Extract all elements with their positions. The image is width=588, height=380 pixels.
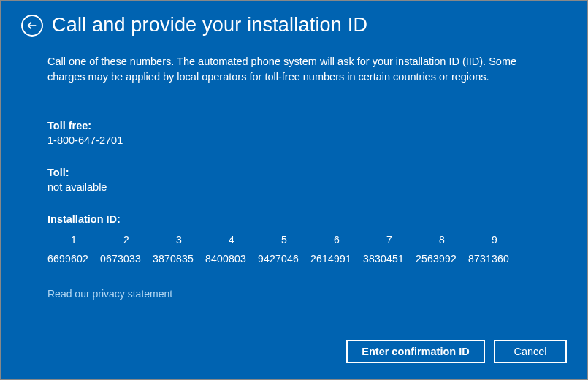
iid-value: 8731360 bbox=[468, 253, 521, 265]
iid-value: 9427046 bbox=[258, 253, 310, 265]
iid-value: 8400803 bbox=[205, 253, 258, 265]
toll-value: not available bbox=[47, 181, 541, 193]
iid-value: 2563992 bbox=[416, 253, 468, 265]
toll-free-value: 1-800-647-2701 bbox=[47, 134, 541, 146]
installation-id-block: Installation ID: 1 2 3 4 5 6 7 8 9 66996… bbox=[47, 213, 541, 265]
installation-id-values: 6699602 0673033 3870835 8400803 9427046 … bbox=[47, 253, 541, 265]
toll-block: Toll: not available bbox=[47, 167, 541, 193]
enter-confirmation-id-button[interactable]: Enter confirmation ID bbox=[346, 340, 485, 363]
toll-free-block: Toll free: 1-800-647-2701 bbox=[47, 120, 541, 146]
privacy-statement-link[interactable]: Read our privacy statement bbox=[47, 288, 172, 300]
arrow-left-icon bbox=[26, 20, 38, 31]
iid-index: 7 bbox=[363, 234, 416, 246]
toll-free-label: Toll free: bbox=[47, 120, 541, 132]
cancel-button[interactable]: Cancel bbox=[494, 340, 567, 363]
iid-index: 9 bbox=[468, 234, 521, 246]
iid-value: 2614991 bbox=[310, 253, 363, 265]
iid-index: 2 bbox=[100, 234, 153, 246]
iid-index: 3 bbox=[153, 234, 205, 246]
iid-index: 8 bbox=[416, 234, 468, 246]
iid-index: 4 bbox=[205, 234, 258, 246]
toll-label: Toll: bbox=[47, 167, 541, 178]
description-text: Call one of these numbers. The automated… bbox=[47, 54, 541, 85]
iid-index: 6 bbox=[310, 234, 363, 246]
installation-id-label: Installation ID: bbox=[47, 213, 541, 225]
iid-index: 5 bbox=[258, 234, 310, 246]
installation-id-indices: 1 2 3 4 5 6 7 8 9 bbox=[47, 234, 541, 253]
iid-value: 0673033 bbox=[100, 253, 153, 265]
iid-value: 3830451 bbox=[363, 253, 416, 265]
iid-value: 6699602 bbox=[47, 253, 100, 265]
iid-index: 1 bbox=[47, 234, 100, 246]
iid-value: 3870835 bbox=[153, 253, 205, 265]
page-title: Call and provide your installation ID bbox=[52, 14, 367, 37]
back-button[interactable] bbox=[21, 15, 43, 37]
